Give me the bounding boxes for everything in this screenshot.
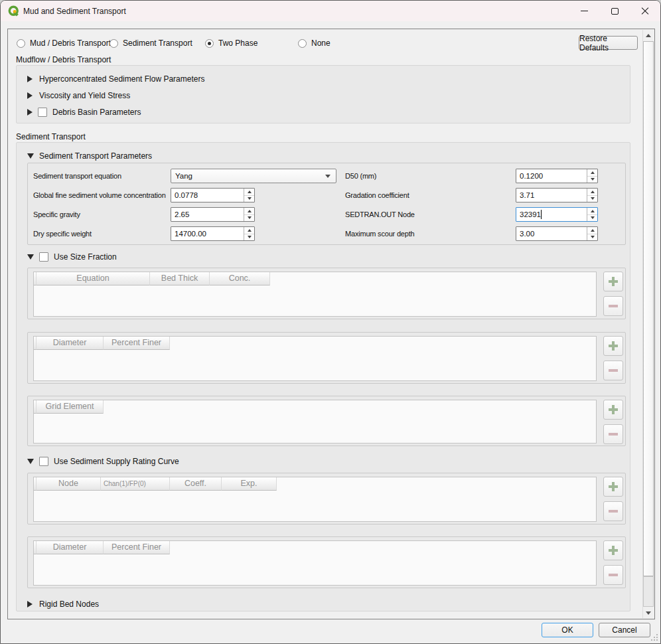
size-fraction-diameter-table[interactable]: Diameter Percent Finer bbox=[33, 336, 597, 381]
spinner-buttons[interactable] bbox=[244, 227, 254, 240]
expand-arrow-icon[interactable] bbox=[27, 601, 33, 607]
spinner-buttons[interactable] bbox=[587, 227, 597, 240]
table-header-row: Diameter Percent Finer bbox=[34, 541, 596, 554]
hyperconcentrated-params-toggle[interactable]: Hyperconcentrated Sediment Flow Paramete… bbox=[27, 73, 204, 84]
use-size-fraction-checkbox[interactable] bbox=[39, 252, 48, 262]
minus-icon bbox=[609, 574, 618, 576]
spin-up-icon[interactable] bbox=[244, 227, 254, 234]
scrollbar-track[interactable] bbox=[643, 576, 654, 607]
add-row-button[interactable] bbox=[603, 272, 623, 291]
spin-up-icon[interactable] bbox=[244, 189, 254, 196]
sediment-transport-parameters-toggle[interactable]: Sediment Transport Parameters bbox=[27, 150, 152, 161]
vertical-scrollbar[interactable] bbox=[642, 30, 654, 618]
remove-row-button[interactable] bbox=[603, 565, 623, 585]
minimize-button[interactable] bbox=[569, 1, 599, 21]
radio-selected-icon bbox=[205, 39, 214, 48]
spin-down-icon[interactable] bbox=[587, 234, 597, 241]
viscosity-yield-stress-toggle[interactable]: Viscosity and Yield Stress bbox=[27, 90, 130, 101]
spinner-buttons[interactable] bbox=[587, 189, 597, 202]
grid-element-panel: Grid Element bbox=[27, 396, 626, 446]
expand-arrow-icon[interactable] bbox=[27, 76, 33, 82]
radio-none[interactable]: None bbox=[298, 38, 330, 48]
spinner-buttons[interactable] bbox=[587, 208, 597, 221]
spin-down-icon[interactable] bbox=[587, 196, 597, 202]
size-fraction-equation-panel: Equation Bed Thick Conc. bbox=[27, 268, 626, 319]
sediment-section-label: Sediment Transport bbox=[16, 132, 86, 141]
spin-up-icon[interactable] bbox=[587, 208, 597, 215]
ok-button[interactable]: OK bbox=[542, 623, 593, 637]
cancel-button[interactable]: Cancel bbox=[599, 623, 650, 637]
remove-row-button[interactable] bbox=[603, 424, 623, 444]
minimize-icon bbox=[581, 11, 588, 11]
collapse-arrow-icon[interactable] bbox=[27, 254, 34, 260]
rating-curve-diameter-table[interactable]: Diameter Percent Finer bbox=[33, 540, 597, 586]
debris-basin-parameters-toggle[interactable]: Debris Basin Parameters bbox=[27, 106, 141, 118]
radio-mud-debris-transport[interactable]: Mud / Debris Transport bbox=[17, 38, 111, 48]
global-fine-sediment-concentration-spin[interactable]: 0.0778 bbox=[171, 188, 255, 202]
add-row-button[interactable] bbox=[603, 400, 623, 420]
column-header-grid-element: Grid Element bbox=[37, 400, 104, 414]
table-header-row: Node Chan(1)/FP(0) Coeff. Exp. bbox=[34, 477, 596, 491]
rigid-bed-nodes-toggle[interactable]: Rigid Bed Nodes bbox=[27, 598, 99, 609]
radio-two-phase[interactable]: Two Phase bbox=[205, 38, 257, 48]
scroll-up-icon[interactable] bbox=[643, 30, 654, 40]
spinner-buttons[interactable] bbox=[587, 169, 597, 183]
sediment-transport-equation-combo[interactable]: Yang bbox=[171, 169, 336, 183]
use-sediment-supply-rating-curve-toggle[interactable]: Use Sediment Supply Rating Curve bbox=[27, 455, 179, 467]
maximum-scour-depth-spin[interactable]: 3.00 bbox=[516, 226, 598, 241]
close-button[interactable] bbox=[630, 1, 660, 21]
gradation-coefficient-spin[interactable]: 3.71 bbox=[516, 188, 598, 202]
expand-arrow-icon[interactable] bbox=[27, 109, 33, 116]
spin-down-icon[interactable] bbox=[587, 177, 597, 183]
radio-circle-icon bbox=[110, 39, 118, 48]
radio-sediment-transport[interactable]: Sediment Transport bbox=[110, 38, 192, 48]
restore-defaults-button[interactable]: Restore Defaults bbox=[579, 36, 638, 50]
window-title: Mud and Sediment Transport bbox=[23, 7, 126, 16]
spin-up-icon[interactable] bbox=[587, 227, 597, 234]
spin-up-icon[interactable] bbox=[587, 189, 597, 196]
spinner-buttons[interactable] bbox=[244, 208, 254, 221]
spin-up-icon[interactable] bbox=[587, 169, 597, 177]
field-label: Gradation coefficient bbox=[345, 188, 409, 202]
spin-value: 2.65 bbox=[171, 208, 244, 221]
dry-specific-weight-spin[interactable]: 14700.00 bbox=[171, 226, 255, 241]
add-row-button[interactable] bbox=[603, 477, 623, 497]
add-row-button[interactable] bbox=[603, 540, 623, 560]
debris-basin-parameters-checkbox[interactable] bbox=[38, 108, 47, 117]
spin-down-icon[interactable] bbox=[244, 215, 254, 222]
rating-curve-node-table[interactable]: Node Chan(1)/FP(0) Coeff. Exp. bbox=[33, 477, 597, 522]
size-fraction-equation-table[interactable]: Equation Bed Thick Conc. bbox=[33, 272, 597, 317]
add-row-button[interactable] bbox=[603, 336, 623, 356]
use-sediment-supply-rating-curve-checkbox[interactable] bbox=[39, 457, 48, 466]
specific-gravity-spin[interactable]: 2.65 bbox=[171, 207, 255, 222]
spin-down-icon[interactable] bbox=[244, 196, 254, 202]
remove-row-button[interactable] bbox=[603, 361, 623, 380]
expand-arrow-icon[interactable] bbox=[27, 92, 33, 99]
plus-icon bbox=[609, 482, 618, 491]
remove-row-button[interactable] bbox=[603, 501, 623, 521]
column-header-node: Node bbox=[37, 477, 101, 491]
table-header-row: Diameter Percent Finer bbox=[34, 337, 596, 350]
remove-row-button[interactable] bbox=[603, 296, 623, 316]
use-size-fraction-toggle[interactable]: Use Size Fraction bbox=[27, 251, 117, 262]
scroll-down-icon[interactable] bbox=[643, 607, 654, 618]
plus-icon bbox=[609, 546, 618, 555]
minus-icon bbox=[609, 433, 618, 436]
collapsible-label: Use Size Fraction bbox=[54, 252, 117, 262]
d50-spin[interactable]: 0.1200 bbox=[516, 169, 598, 183]
title-bar[interactable]: Mud and Sediment Transport bbox=[1, 1, 660, 21]
spin-down-icon[interactable] bbox=[244, 234, 254, 241]
grid-element-table[interactable]: Grid Element bbox=[33, 400, 597, 443]
scrollbar-thumb[interactable] bbox=[643, 41, 654, 576]
maximize-button[interactable] bbox=[599, 1, 630, 21]
sedtran-out-node-spin[interactable]: 32391 bbox=[516, 207, 598, 222]
spin-up-icon[interactable] bbox=[244, 208, 254, 215]
collapse-arrow-icon[interactable] bbox=[27, 153, 34, 159]
spinner-buttons[interactable] bbox=[244, 189, 254, 202]
collapse-arrow-icon[interactable] bbox=[27, 459, 34, 464]
minus-icon bbox=[609, 369, 618, 372]
spin-value: 0.0778 bbox=[171, 189, 244, 202]
spin-down-icon[interactable] bbox=[587, 215, 597, 222]
resize-grip[interactable] bbox=[651, 634, 658, 641]
radio-label: Sediment Transport bbox=[123, 39, 192, 48]
